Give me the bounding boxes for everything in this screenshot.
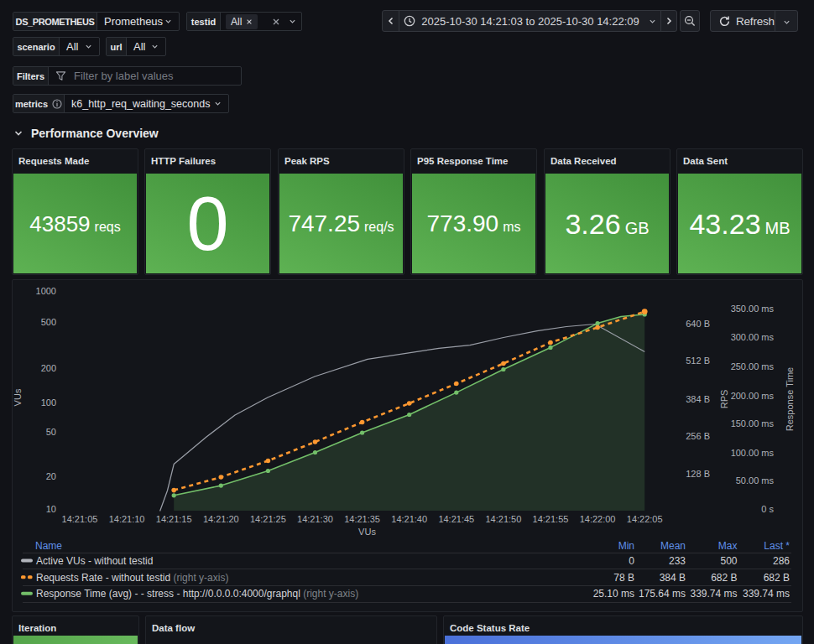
svg-text:VUs: VUs <box>358 527 376 537</box>
svg-text:640 B: 640 B <box>686 319 710 329</box>
svg-text:233: 233 <box>669 555 686 567</box>
svg-text:Requests Rate - without testid: Requests Rate - without testid (right y-… <box>36 572 228 584</box>
svg-text:1000: 1000 <box>36 286 56 296</box>
svg-text:Name: Name <box>35 540 62 552</box>
svg-text:200: 200 <box>41 363 56 373</box>
svg-text:Active VUs - without testid: Active VUs - without testid <box>36 555 153 567</box>
svg-text:Min: Min <box>618 540 634 552</box>
svg-text:339.74 ms: 339.74 ms <box>690 588 737 600</box>
svg-text:Max: Max <box>718 540 738 552</box>
svg-text:100: 100 <box>41 397 56 408</box>
svg-text:0: 0 <box>629 555 634 567</box>
svg-text:14:21:50: 14:21:50 <box>485 514 521 524</box>
svg-text:20: 20 <box>46 471 56 481</box>
svg-text:14:21:10: 14:21:10 <box>109 514 145 524</box>
svg-text:10: 10 <box>46 504 56 514</box>
svg-text:200.00 ms: 200.00 ms <box>731 391 775 401</box>
svg-text:14:21:45: 14:21:45 <box>438 514 474 524</box>
svg-text:682 B: 682 B <box>711 572 737 584</box>
svg-text:14:21:55: 14:21:55 <box>533 514 569 524</box>
svg-text:0 s: 0 s <box>761 504 774 514</box>
svg-text:14:22:05: 14:22:05 <box>627 514 663 524</box>
svg-text:14:21:20: 14:21:20 <box>203 514 239 524</box>
svg-text:175.64 ms: 175.64 ms <box>639 588 686 600</box>
svg-text:14:22:00: 14:22:00 <box>580 514 616 524</box>
svg-text:Last *: Last * <box>764 540 790 552</box>
svg-text:78 B: 78 B <box>613 572 634 584</box>
svg-text:RPS: RPS <box>719 390 729 409</box>
svg-text:14:21:30: 14:21:30 <box>297 514 333 524</box>
svg-text:Response Time: Response Time <box>785 367 795 431</box>
svg-text:VUs: VUs <box>13 388 23 406</box>
svg-text:500: 500 <box>720 555 737 567</box>
svg-text:14:21:15: 14:21:15 <box>156 514 192 524</box>
svg-text:286: 286 <box>773 555 790 567</box>
svg-text:100.00 ms: 100.00 ms <box>731 448 775 458</box>
svg-text:256 B: 256 B <box>686 431 710 441</box>
svg-text:512 B: 512 B <box>686 356 710 366</box>
svg-text:Mean: Mean <box>660 540 686 552</box>
svg-text:500: 500 <box>41 317 56 327</box>
svg-text:14:21:40: 14:21:40 <box>391 514 427 524</box>
svg-text:384 B: 384 B <box>686 394 710 404</box>
svg-text:14:21:05: 14:21:05 <box>62 514 98 524</box>
svg-text:250.00 ms: 250.00 ms <box>731 361 775 371</box>
svg-text:Response Time (avg) - - stress: Response Time (avg) - - stress - http://… <box>36 588 358 600</box>
svg-text:350.00 ms: 350.00 ms <box>731 304 775 314</box>
svg-text:128 B: 128 B <box>686 469 710 479</box>
svg-text:682 B: 682 B <box>764 572 790 584</box>
svg-text:14:21:35: 14:21:35 <box>344 514 380 524</box>
svg-text:50.00 ms: 50.00 ms <box>736 475 775 486</box>
svg-text:25.10 ms: 25.10 ms <box>593 588 634 600</box>
svg-text:384 B: 384 B <box>660 572 686 584</box>
svg-text:300.00 ms: 300.00 ms <box>731 332 775 342</box>
svg-text:14:21:25: 14:21:25 <box>250 514 286 524</box>
svg-text:150.00 ms: 150.00 ms <box>731 418 775 428</box>
svg-text:339.74 ms: 339.74 ms <box>743 588 790 600</box>
svg-text:50: 50 <box>46 427 56 437</box>
